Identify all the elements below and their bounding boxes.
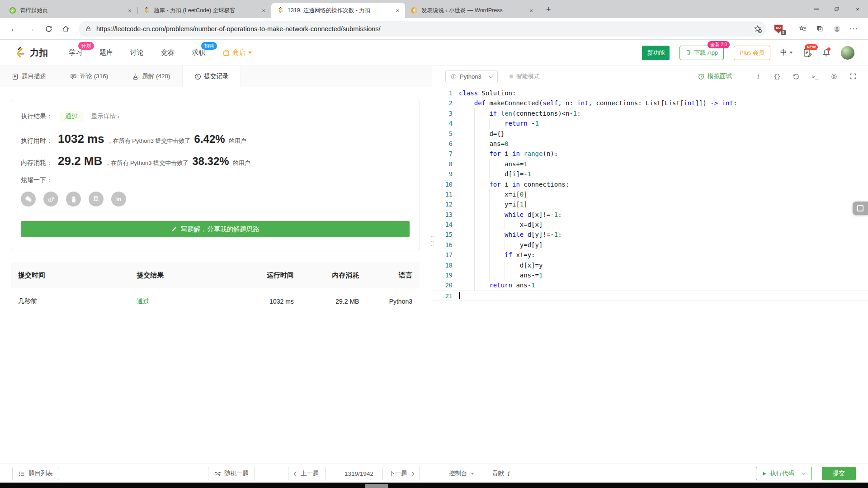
code-line[interactable]: 1class Solution:: [433, 88, 868, 98]
problem-list-label: 题目列表: [28, 469, 53, 478]
browser-tab[interactable]: 青柠起始页×: [4, 3, 137, 18]
plus-member-button[interactable]: Plus 会员: [734, 46, 770, 60]
linkedin-share-icon[interactable]: in: [111, 192, 126, 206]
douban-share-icon[interactable]: 豆: [89, 192, 104, 206]
panel-resizer[interactable]: [428, 231, 437, 251]
taskbar-peek[interactable]: [365, 484, 388, 488]
new-tab-button[interactable]: +: [542, 3, 555, 16]
code-line[interactable]: 3if len(connections)<n-1:: [433, 108, 868, 118]
address-bar[interactable]: https://leetcode-cn.com/problems/number-…: [79, 21, 766, 37]
floating-widget-handle[interactable]: [853, 202, 868, 215]
next-question-button[interactable]: 下一题: [382, 467, 420, 480]
code-line[interactable]: 10for i in connections:: [433, 179, 868, 189]
nav-item[interactable]: 学习计划: [69, 48, 82, 57]
close-window-button[interactable]: ×: [847, 0, 868, 18]
leetcode-logo[interactable]: 力扣: [14, 47, 48, 59]
restore-button[interactable]: [826, 0, 847, 18]
forward-button[interactable]: →: [24, 21, 39, 37]
prev-question-button[interactable]: 上一题: [288, 467, 326, 480]
nav-item[interactable]: 商店: [222, 48, 252, 57]
code-line[interactable]: 9d[i]=-1: [433, 169, 868, 179]
tab-close-icon[interactable]: ×: [393, 6, 401, 14]
code-line[interactable]: 6ans=0: [433, 139, 868, 149]
user-avatar[interactable]: [841, 46, 854, 60]
code-line[interactable]: 18d[x]=y: [433, 260, 868, 270]
tab-doc[interactable]: 题目描述: [0, 66, 58, 87]
nav-item[interactable]: 求职招聘: [192, 48, 205, 57]
browser-menu-button[interactable]: ···: [846, 21, 862, 37]
indent-guide: [459, 149, 474, 159]
widget-icon: [857, 205, 863, 211]
tab-close-icon[interactable]: ×: [126, 6, 134, 14]
code-line[interactable]: 12y=i[1]: [433, 199, 868, 209]
mock-interview-button[interactable]: 模拟面试: [698, 72, 732, 80]
browser-tab[interactable]: 题库 - 力扣 (LeetCode) 全球极客×: [137, 3, 271, 18]
nav-item[interactable]: 讨论: [130, 48, 144, 57]
refresh-button[interactable]: [41, 21, 56, 37]
notifications-bell[interactable]: [822, 48, 831, 57]
run-code-button[interactable]: ▶ 执行代码: [756, 467, 812, 480]
console-shortcut-button[interactable]: >_: [811, 73, 819, 80]
minimize-icon: [814, 9, 819, 9]
write-solution-button[interactable]: 写题解，分享我的解题思路: [21, 221, 410, 237]
add-favorite-icon[interactable]: [754, 25, 762, 33]
random-question-button[interactable]: 随机一题: [208, 467, 255, 480]
ublock-extension-icon[interactable]: uO 5: [772, 22, 785, 36]
language-selector[interactable]: Python3: [445, 70, 498, 83]
tab-label: 题目描述: [22, 72, 46, 80]
console-toggle[interactable]: 控制台: [449, 464, 474, 483]
home-button[interactable]: [58, 21, 73, 37]
minimize-button[interactable]: [806, 0, 826, 18]
profile-button[interactable]: [829, 21, 844, 37]
tab-close-icon[interactable]: ×: [259, 6, 268, 14]
memory-label: 内存消耗：: [21, 159, 52, 167]
tab-comment[interactable]: 评论 (316): [58, 66, 120, 87]
collections-button[interactable]: [812, 21, 827, 37]
qq-share-icon[interactable]: [66, 192, 81, 206]
browser-tab[interactable]: 1319. 连通网络的操作次数 - 力扣×: [271, 3, 405, 18]
code-line[interactable]: 8ans+=1: [433, 159, 868, 169]
code-line[interactable]: 21: [433, 291, 868, 300]
format-code-button[interactable]: {}: [773, 73, 781, 80]
tab-flask[interactable]: 题解 (420): [120, 66, 182, 87]
tab-close-icon[interactable]: ×: [527, 6, 535, 14]
tab-clock[interactable]: 提交记录: [183, 66, 241, 87]
nav-item[interactable]: 竞赛: [161, 48, 175, 57]
code-line[interactable]: 14x=d[x]: [433, 220, 868, 230]
code-line[interactable]: 11x=i[0]: [433, 189, 868, 199]
result-link[interactable]: 通过: [137, 297, 149, 305]
new-feature-tag[interactable]: 新功能: [642, 46, 670, 60]
code-line[interactable]: 7for i in range(n):: [433, 149, 868, 159]
problem-list-button[interactable]: 题目列表: [12, 467, 59, 480]
weibo-share-icon[interactable]: [43, 192, 58, 206]
code-line[interactable]: 19ans-=1: [433, 270, 868, 280]
editor-settings-button[interactable]: [830, 73, 838, 80]
show-details-link[interactable]: 显示详情 ›: [91, 113, 119, 121]
download-app-button[interactable]: 下载 App 全新 2.0: [679, 46, 724, 60]
code-line[interactable]: 17if x!=y:: [433, 250, 868, 260]
contribute-link[interactable]: 贡献 i: [492, 464, 509, 483]
code-line[interactable]: 5d={}: [433, 129, 868, 139]
table-row[interactable]: 几秒前通过1032 ms29.2 MBPython3: [11, 288, 420, 315]
code-line[interactable]: 2def makeConnected(self, n: int, connect…: [433, 98, 868, 108]
wechat-share-icon[interactable]: [21, 192, 36, 206]
fullscreen-button[interactable]: [849, 73, 857, 80]
code-line[interactable]: 15while d[y]!=-1:: [433, 230, 868, 239]
code-line[interactable]: 16y=d[y]: [433, 240, 868, 250]
submit-button[interactable]: 提交: [822, 467, 856, 480]
reset-code-button[interactable]: [792, 73, 800, 80]
code-line[interactable]: 13while d[x]!=-1:: [433, 210, 868, 220]
browser-tab[interactable]: 发表说说 ‹ 小世炎 — WordPress×: [405, 3, 539, 18]
language-switcher[interactable]: 中: [780, 48, 793, 57]
code-editor[interactable]: 1class Solution:2def makeConnected(self,…: [433, 87, 868, 464]
progress-icon[interactable]: NEW: [803, 48, 812, 57]
smart-mode-indicator[interactable]: 智能模式: [509, 72, 540, 80]
nav-label: 竞赛: [161, 48, 175, 57]
nav-item[interactable]: 题库: [99, 48, 113, 57]
code-line[interactable]: 20return ans-1: [433, 280, 868, 290]
code-line[interactable]: 4return -1: [433, 118, 868, 128]
editor-info-button[interactable]: i: [754, 72, 762, 80]
favorites-button[interactable]: [795, 21, 810, 37]
runtime-row: 执行用时： 1032 ms ，在所有 Python3 提交中击败了 6.42% …: [21, 132, 410, 146]
back-button[interactable]: ←: [6, 21, 22, 37]
